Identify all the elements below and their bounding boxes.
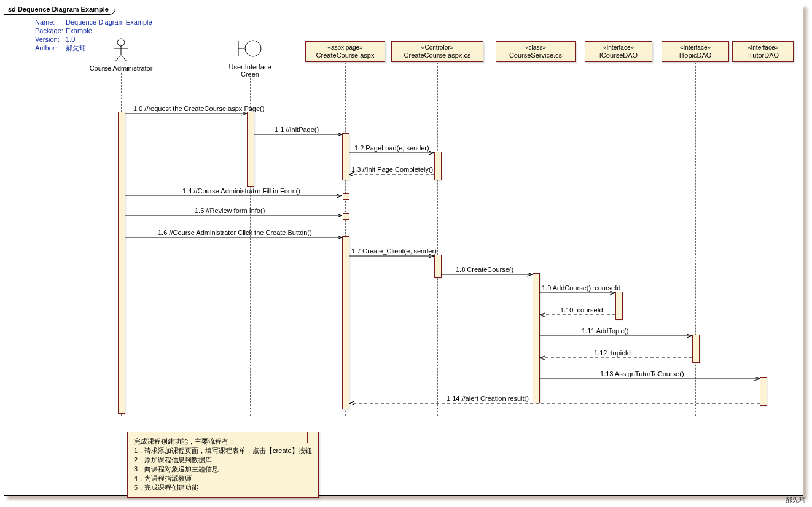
- note-title: 完成课程创建功能，主要流程有：: [134, 437, 312, 446]
- activation-bar: [342, 133, 349, 180]
- boundary-icon: [236, 37, 264, 62]
- msg-label: 1.14 //alert Creation result(): [447, 395, 529, 402]
- activation-bar: [342, 236, 349, 409]
- lifeline-course-admin: Course Administrator: [78, 37, 164, 72]
- msg-label: 1.2 PageLoad(e, sender): [354, 144, 429, 152]
- msg-label: 1.7 Create_Client(e, sender): [351, 247, 437, 255]
- lifeline-createcourse-aspx: «aspx page»CreateCourse.aspx: [305, 41, 385, 62]
- lifeline-itutordao: «Interface»ITutorDAO: [732, 41, 794, 62]
- msg-label: 1.8 CreateCourse(): [456, 266, 513, 273]
- lifeline-itopicdao: «Interface»ITopicDAO: [662, 41, 729, 62]
- note-line: 3，向课程对象追加主题信息: [134, 465, 312, 474]
- svg-line-3: [115, 55, 121, 62]
- note-line: 4，为课程指派教师: [134, 474, 312, 483]
- activation-small: [343, 213, 349, 220]
- svg-point-7: [245, 41, 261, 56]
- note-fold-icon: [307, 432, 319, 443]
- lifeline-label: Course Administrator: [78, 64, 164, 72]
- lifeline-createcourse-cs: «Controlor»CreateCourse.aspx.cs: [391, 41, 483, 62]
- note-line: 5，完成课程创建功能: [134, 483, 312, 492]
- lifeline-user-interface: User InterfaceCreen: [207, 37, 293, 78]
- activation-small: [343, 193, 349, 200]
- activation-bar: [247, 112, 254, 187]
- activation-bar: [615, 292, 623, 320]
- msg-label: 1.13 AssignTutorToCourse(): [600, 370, 684, 377]
- lifeline-icoursedao: «Interface»ICourseDAO: [585, 41, 652, 62]
- lifeline-dash: [619, 63, 619, 416]
- sequence-frame: sd Dequence Diagram Example Name:Dequenc…: [4, 4, 803, 496]
- diagram-note: 完成课程创建功能，主要流程有： 1，请求添加课程页面，填写课程表单，点击【cre…: [127, 432, 319, 498]
- activation-bar: [434, 255, 442, 278]
- lifeline-label: User InterfaceCreen: [207, 63, 293, 78]
- activation-bar: [692, 335, 700, 363]
- diagram-canvas: sd Dequence Diagram Example Name:Dequenc…: [0, 0, 812, 507]
- activation-bar: [760, 377, 767, 406]
- svg-point-0: [117, 39, 125, 46]
- activation-bar: [118, 112, 125, 414]
- msg-label: 1.5 //Review form Info(): [195, 207, 265, 214]
- svg-line-4: [121, 55, 127, 62]
- msg-label: 1.11 AddTopic(): [582, 327, 628, 335]
- msg-label: 1.12 :topicId: [594, 349, 631, 357]
- msg-label: 1.4 //Course Administrator Fill in Form(…: [182, 187, 300, 195]
- activation-bar: [533, 273, 540, 403]
- actor-icon: [109, 37, 133, 63]
- note-line: 1，请求添加课程页面，填写课程表单，点击【create】按钮: [134, 446, 312, 455]
- msg-label: 1.1 //InitPage(): [275, 126, 319, 133]
- signature-text: 郝先玮: [786, 495, 806, 505]
- lifeline-dash: [437, 63, 438, 416]
- msg-label: 1.6 //Course Administrator Click the Cre…: [158, 229, 312, 236]
- frame-tab: sd Dequence Diagram Example: [4, 4, 115, 15]
- msg-label: 1.3 //Init Page Completely(): [351, 166, 433, 173]
- note-line: 2，添加课程信息到数据库: [134, 455, 312, 465]
- msg-label: 1.10 :courseId: [560, 306, 603, 314]
- msg-label: 1.9 AddCourse() :courseId: [542, 284, 620, 292]
- lifeline-dash: [763, 63, 763, 416]
- activation-bar: [434, 152, 442, 180]
- msg-label: 1.0 //request the CreateCourse.aspx Page…: [133, 105, 264, 112]
- lifeline-courseservice: «class»CourseService.cs: [496, 41, 576, 62]
